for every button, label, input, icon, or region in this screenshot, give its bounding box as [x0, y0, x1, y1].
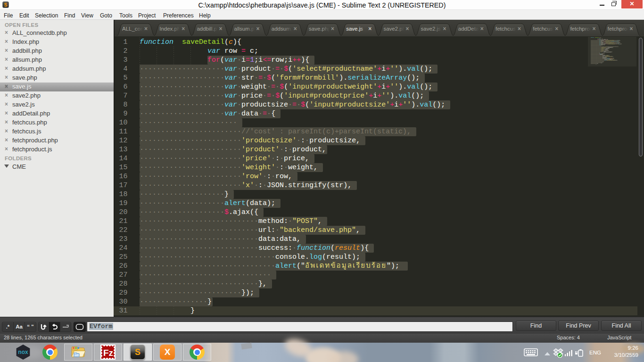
svg-text:×: × — [480, 25, 484, 32]
svg-text:Fz: Fz — [103, 348, 113, 358]
svg-text:×: × — [518, 25, 521, 32]
svg-text:save2.js: save2.js — [421, 26, 441, 32]
svg-text:×: × — [219, 25, 222, 32]
svg-text:×: × — [630, 25, 633, 32]
svg-text:save.php: save.php — [309, 26, 331, 32]
svg-text:×: × — [405, 25, 409, 32]
svg-text:×: × — [294, 25, 297, 32]
svg-text:Index.php: Index.php — [159, 26, 183, 32]
svg-text:×: × — [443, 25, 446, 32]
svg-text:×: × — [592, 25, 595, 32]
svg-text:×: × — [555, 25, 558, 32]
svg-text:×: × — [182, 25, 185, 32]
svg-text:ALL_connectdb: ALL_connectdb — [122, 26, 160, 32]
svg-text:×: × — [331, 25, 334, 32]
svg-text:save.js: save.js — [346, 26, 363, 32]
svg-text:×: × — [144, 25, 148, 32]
svg-text:×: × — [368, 25, 372, 32]
svg-text:×: × — [256, 25, 260, 32]
